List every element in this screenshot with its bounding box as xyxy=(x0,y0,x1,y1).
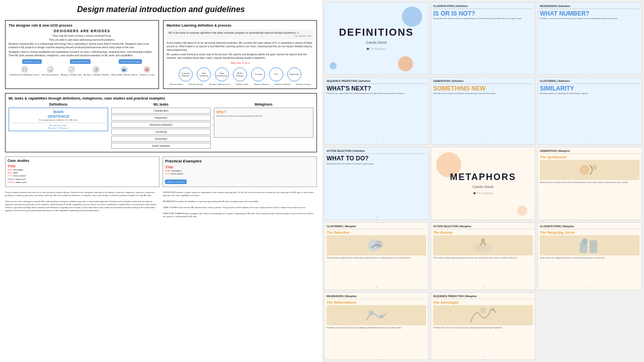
def-card-generation: GENERATION | Definition SOMETHING NEW Ge… xyxy=(431,77,535,145)
meta-card-regression: REGRESSION | Metaphor The Reformations E… xyxy=(324,292,429,360)
process-circle-2: Data Gathering xyxy=(197,67,211,81)
svg-point-12 xyxy=(491,307,495,311)
flow-item-3: Select and get insights xyxy=(119,59,142,64)
practical-title-label: Title xyxy=(165,165,314,169)
meta-card-sequence: SEQUENCE PREDICTION | Metaphor The Astro… xyxy=(431,292,535,360)
def-card-sequence: SEQUENCE PREDICTION | Definition WHAT'S … xyxy=(324,77,429,145)
meta-card-clustering: CLUSTERING | Metaphor The Detective The … xyxy=(324,222,429,290)
meta-action-header: ACTION SELECTION | Metaphor xyxy=(433,225,533,229)
def-sequence-text: WHAT'S NEXT? xyxy=(327,85,426,92)
cap-def-sub2: ML task also means:Meaning 1 - Meaning 2 xyxy=(11,123,106,129)
task-sequence: Sequence prediction xyxy=(111,122,211,128)
mini-flow: Research on users Ideate with ML tools S… xyxy=(9,59,155,64)
def-sequence-header: SEQUENCE PREDICTION | Definition xyxy=(327,79,426,84)
meta-generation-body: Describe how the synthesiser collects ch… xyxy=(540,181,639,184)
task-regression: Regression xyxy=(111,115,211,121)
process-arrow-6: → xyxy=(284,73,287,76)
process-arrow-1: → xyxy=(193,73,196,76)
meta-generation-page: 7 xyxy=(589,216,590,219)
def-sequence-page: 6 xyxy=(376,141,377,143)
svg-point-8 xyxy=(582,238,588,244)
meta-card-action: ACTION SELECTION | Metaphor The Runner T… xyxy=(431,222,535,290)
svg-point-3 xyxy=(375,240,383,248)
flow-icon-3: 📈 Analyse, visualise data xyxy=(61,66,82,76)
process-circle-3: Data Visualisation xyxy=(215,67,229,81)
meta-regression-body: Estimates a numerical outcome by analysi… xyxy=(327,326,426,329)
hero-circle-blue-1 xyxy=(402,7,422,27)
def-regression-text: WHAT NUMBER? xyxy=(540,11,639,17)
case-studies-box: Case studies Title WHO: description WHY:… xyxy=(5,156,159,188)
case-practical-row: Case studies Title WHO: description WHY:… xyxy=(5,156,317,188)
cap-metaphor-box: Why? Description of the process represen… xyxy=(214,108,313,138)
designer-role-section: The designer role & new UCD process DESI… xyxy=(5,20,159,89)
designer-role-title: The designer role & new UCD process xyxy=(9,24,155,27)
generation-illustration xyxy=(575,160,605,180)
def-card-classification: CLASSIFICATION | Definition IS OR IS NOT… xyxy=(431,2,535,75)
svg-point-9 xyxy=(369,310,374,315)
ml-process-circles: Learning Platform → Data Gathering → Dat… xyxy=(167,67,313,81)
label-7: Humans choose xyxy=(296,83,310,85)
cap-col-tasks: ML tasks Classification Regression Seque… xyxy=(111,103,211,149)
task-generation: Generation xyxy=(111,136,211,142)
svg-point-1 xyxy=(592,165,597,170)
action-illustration xyxy=(468,235,498,255)
designers-sub2: They are able to add value addressing re… xyxy=(9,38,155,41)
meta-clustering-page: 8 xyxy=(376,286,377,289)
svg-rect-6 xyxy=(580,243,587,253)
def-card-action: ACTION SELECTION | Definition WHAT TO DO… xyxy=(324,147,429,220)
practical-labels: WHAT: description HOW: how it works? xyxy=(165,169,314,176)
def-classification-text: IS OR IS NOT? xyxy=(433,11,533,17)
case-labels: WHO: description WHY: why? HOW: how it w… xyxy=(8,168,157,185)
sequence-illustration xyxy=(468,305,498,325)
def-regression-body: Provides a numeric outcome of a process … xyxy=(540,17,639,20)
left-panel: Design material introduction and guideli… xyxy=(0,0,322,362)
meta-action-body: The runner continuously evaluates the te… xyxy=(433,256,533,259)
def-clustering-page: 8 xyxy=(589,141,590,143)
capabilities-title: ML tasks & capabilities through definiti… xyxy=(9,97,313,100)
svg-point-11 xyxy=(480,307,486,313)
def-card-regression: REGRESSION | Definition WHAT NUMBER? Pro… xyxy=(537,2,642,75)
label-4: Humans tools xyxy=(236,83,248,85)
meta-card-classification: CLASSIFICATION | Metaphor The Recycling … xyxy=(537,222,642,290)
designers-heading: DESIGNERS ARE BRIDGES xyxy=(9,29,155,33)
hero-logo: 🎓 The Designers xyxy=(366,47,386,50)
meta-clustering-image xyxy=(327,235,426,255)
designers-sub1: They help the team to keep a human-cente… xyxy=(9,34,155,37)
meta-clustering-header: CLUSTERING | Metaphor xyxy=(327,225,426,229)
metaphors-hero-card: METAPHORS Cards Deck 🎓 The Designers 2 xyxy=(431,147,535,220)
meta-sequence-page: 6 xyxy=(482,356,484,358)
svg-point-5 xyxy=(481,238,485,242)
meta-regression-image xyxy=(327,305,426,325)
process-circle-4: Model Selection xyxy=(233,67,247,81)
meta-action-image xyxy=(433,235,533,255)
cap-metaphor-desc: Description of the process representing … xyxy=(216,115,311,117)
def-action-text: WHAT TO DO? xyxy=(327,155,426,162)
cap-col-definitions: Definitions MAINSENTENCE Text explaining… xyxy=(9,103,108,149)
flow-icon-4: 🔗 ML task + metaphor thinking xyxy=(84,66,109,76)
process-arrow-2: → xyxy=(211,73,214,76)
definitions-hero-title: DEFINITIONS xyxy=(339,27,414,38)
flow-icon-6: 🎯 Solution is in link xyxy=(139,66,154,76)
flow-icon-2: 📊 Run data calculator xyxy=(42,66,59,76)
def-generation-text: SOMETHING NEW xyxy=(433,85,533,92)
def-classification-page: 4 xyxy=(482,71,484,73)
label-1: Humans define xyxy=(170,83,183,85)
process-circle-7: Implement xyxy=(287,67,301,81)
case-title-label: Title xyxy=(8,164,157,168)
meta-generation-subtitle: The Synthesiser xyxy=(540,155,639,159)
def-card-clustering: CLUSTERING | Definition SIMILARITY Ident… xyxy=(537,77,642,145)
top-sections: The designer role & new UCD process DESI… xyxy=(5,20,317,89)
ml-definition-section: Machine Learning definition & process ML… xyxy=(163,20,317,89)
process-circle-1: Learning Platform xyxy=(179,67,193,81)
def-generation-header: GENERATION | Definition xyxy=(433,79,533,84)
practical-btn[interactable]: click me, link to tool xyxy=(165,179,187,184)
def-classification-body: Recognises the class to which an input b… xyxy=(433,17,533,20)
cap-definitions-heading: Definitions xyxy=(9,103,108,106)
def-generation-page: 7 xyxy=(482,141,484,143)
bottom-text-right: DEFINITIONS provide a simple academic ex… xyxy=(163,191,317,357)
meta-regression-header: REGRESSION | Metaphor xyxy=(327,295,426,299)
page-number-hero: 1 xyxy=(376,71,377,73)
meta-classification-page: 4 xyxy=(589,286,590,289)
label-2: Humans choose xyxy=(189,83,203,85)
def-generation-body: Generates new output according to charac… xyxy=(433,92,533,95)
